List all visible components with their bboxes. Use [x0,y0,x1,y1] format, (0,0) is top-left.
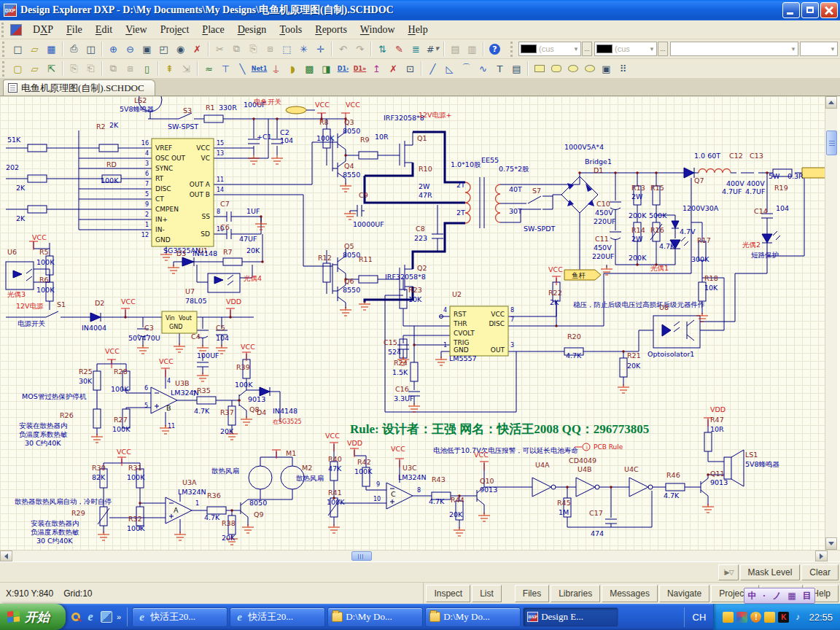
cut-button[interactable]: ✂ [211,41,228,57]
place-sheet-entry-button[interactable]: ◨ [318,61,335,77]
select-area-button[interactable]: ⬚ [279,41,295,57]
place-no-erc-button[interactable]: ✗ [385,61,402,77]
zoom-area-button[interactable]: ◰ [155,41,172,57]
horizontal-scroll-track[interactable] [12,551,815,561]
place-bus-entry-button[interactable]: ╲ [234,61,251,77]
print-button[interactable]: ⎙ [66,41,82,57]
print-preview-button[interactable]: ◫ [82,41,99,57]
scroll-left-button[interactable] [0,551,12,561]
scroll-right-button[interactable] [815,551,828,561]
tray-security-shield-icon[interactable]: ! [750,612,761,623]
deselect-button[interactable]: ✳ [295,41,312,57]
start-button[interactable]: 开始 [0,604,66,630]
place-offsheet-connector-button[interactable]: D1» [351,61,368,77]
place-text-frame-button[interactable]: ▤ [508,61,525,77]
restore-button[interactable] [801,2,819,18]
color-more-button-1[interactable]: ... [582,42,592,56]
toolbar-grip-2[interactable] [2,61,7,77]
quick-launch-overflow-chevron[interactable]: » [117,612,121,621]
quick-launch-search-icon[interactable] [71,612,80,621]
panel-button-list[interactable]: List [472,585,502,602]
new-document-button[interactable]: □ [9,41,26,57]
vertical-scrollbar[interactable] [825,96,837,550]
ime-icon-1[interactable]: · [763,591,766,600]
zoom-out-button[interactable]: ⊖ [122,41,139,57]
menu-help[interactable]: Help [402,22,435,38]
edit-sheet-button[interactable]: ⎗ [82,61,99,77]
grid-dropdown-button[interactable]: #▼ [424,41,441,57]
move-selection-button[interactable]: ✛ [312,41,329,57]
zoom-document-button[interactable]: ▣ [139,41,155,57]
place-parameter-button[interactable]: ⊡ [402,61,419,77]
color-combo-1[interactable]: (cus ▼ [518,42,581,56]
draw-arc-button[interactable]: ⌒ [458,61,475,77]
tray-kaspersky-icon[interactable]: K [778,612,789,623]
menu-dxp[interactable]: DXP [26,22,60,38]
menu-project[interactable]: Project [154,22,196,38]
minimize-button[interactable] [782,2,800,18]
scroll-down-button[interactable] [825,537,837,550]
synchronize-button[interactable]: ⇲ [178,61,195,77]
clear-filter-button[interactable]: ✗ [189,41,206,57]
place-net-label-button[interactable]: Net1 [251,61,268,77]
tray-lock2-icon[interactable] [764,612,775,623]
taskbar-task-button[interactable]: e快活王20... [230,607,325,627]
toolbar-grip[interactable] [2,42,7,57]
wide-combo[interactable]: ▼ [670,42,798,56]
dxp-menu-icon[interactable] [10,24,22,36]
horizontal-scroll-thumb[interactable] [351,551,372,561]
draw-bezier-button[interactable]: ∿ [475,61,491,77]
up-hierarchy-button[interactable]: ⇞ [161,61,178,77]
ime-language-bar[interactable]: 中·ノ▦目 [744,588,815,604]
library-button[interactable]: ▤ [447,41,464,57]
taskbar-task-active[interactable]: DXPDesign E... [523,607,618,627]
undo-button[interactable]: ↶ [335,41,351,57]
document-options-button[interactable]: ▯ [139,61,155,77]
menu-edit[interactable]: Edit [89,22,119,38]
hierarchy-button[interactable]: ≣ [408,41,424,57]
menu-tools[interactable]: Tools [273,22,308,38]
draw-line-button[interactable]: ╱ [424,61,441,77]
place-power-port-button[interactable]: ⍊ [268,61,284,77]
quick-launch-ie-icon[interactable]: e [85,611,96,623]
color-combo-2[interactable]: (cus ▼ [594,42,657,56]
quick-launch-msn-icon[interactable] [101,611,112,623]
draw-ellipse-button[interactable] [564,61,581,77]
color-more-button-2[interactable]: ... [658,42,668,56]
panel-button-files[interactable]: Files [515,585,549,602]
zoom-point-button[interactable]: ◉ [172,41,189,57]
panel-button-navigate[interactable]: Navigate [659,585,709,602]
language-indicator[interactable]: CH [684,607,713,627]
place-bus-button[interactable]: ⊤ [217,61,234,77]
ime-icon-0[interactable]: 中 [747,591,756,600]
place-part-button[interactable]: ◗ [284,61,301,77]
menu-place[interactable]: Place [195,22,230,38]
draw-polygon-button[interactable]: ◺ [441,61,458,77]
menu-file[interactable]: File [60,22,89,38]
place-wire-button[interactable]: ≈ [201,61,217,77]
tray-lock-icon[interactable] [723,612,734,623]
open-project-button[interactable]: ▱ [26,61,43,77]
browse-library-button[interactable]: ▥ [464,41,481,57]
paste-recall-button[interactable]: ⧈ [122,61,139,77]
draw-pie-button[interactable] [581,61,598,77]
help-button[interactable]: ? [486,41,503,57]
menu-grip[interactable] [1,23,7,37]
sort-button[interactable]: ⇅ [374,41,391,57]
paste-button[interactable]: ⎘ [245,41,262,57]
paste-array-button[interactable]: ⧈ [262,41,279,57]
panel-button-inspect[interactable]: Inspect [426,585,470,602]
document-tab[interactable]: 电鱼机原理图(自制).SCHDOC [3,79,155,96]
ime-icon-3[interactable]: ▦ [788,591,796,600]
taskbar-task-button[interactable]: D:\My Do... [425,607,521,627]
new-sheet-button[interactable]: ▢ [9,61,26,77]
horizontal-scrollbar[interactable] [0,550,840,561]
draw-rectangle-button[interactable] [531,61,548,77]
toolbar-grip-format[interactable] [510,42,516,57]
place-port-button[interactable]: D1› [335,61,351,77]
draw-round-rectangle-button[interactable] [548,61,564,77]
menu-reports[interactable]: Reports [308,22,354,38]
tray-scanner-icon[interactable] [736,612,747,623]
tray-volume-icon[interactable]: ♪ [792,612,803,623]
duplicate-button[interactable]: ⧉ [105,61,122,77]
